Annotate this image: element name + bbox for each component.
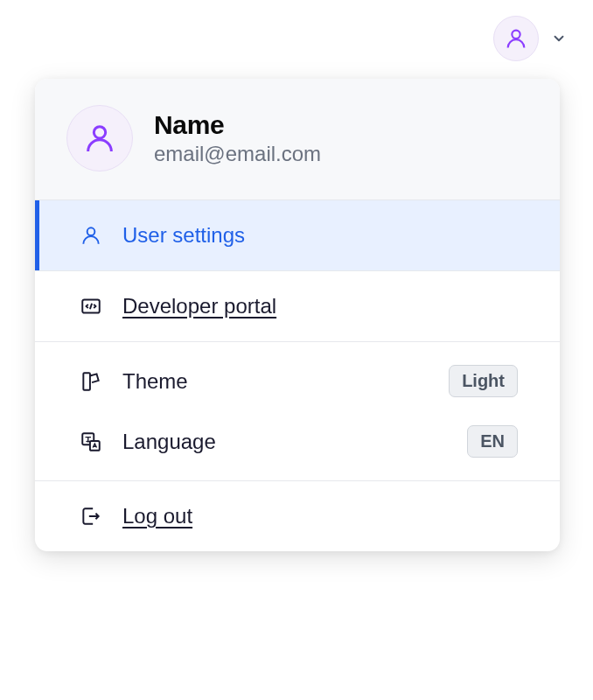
svg-point-0 [512,31,520,38]
menu-item-label: Theme [122,369,429,394]
profile-header: Name email@email.com [35,79,560,200]
user-menu-trigger[interactable] [493,16,567,61]
svg-point-1 [94,127,105,138]
code-icon [79,294,103,318]
user-dropdown-panel: Name email@email.com User settings Devel… [35,79,560,551]
preferences-section: Theme Light Language EN [35,342,560,481]
menu-item-label: Language [122,430,448,454]
svg-rect-6 [90,440,100,450]
menu-item-label: User settings [122,223,518,248]
menu-item-theme[interactable]: Theme Light [35,342,560,411]
language-badge: EN [467,425,518,458]
avatar [66,105,133,172]
profile-email: email@email.com [154,142,321,166]
user-icon [82,121,117,156]
profile-name: Name [154,110,321,140]
user-icon [79,223,103,248]
chevron-down-icon [551,31,567,46]
theme-icon [79,369,103,394]
logout-icon [79,504,103,528]
avatar [493,16,539,61]
menu-item-developer-portal[interactable]: Developer portal [35,271,560,342]
theme-badge: Light [449,365,518,397]
menu-item-logout[interactable]: Log out [35,481,560,551]
menu-item-language[interactable]: Language EN [35,411,560,480]
user-icon [504,26,528,51]
menu-item-user-settings[interactable]: User settings [35,200,560,271]
svg-point-2 [87,228,95,235]
svg-rect-4 [83,373,90,390]
menu-item-label: Log out [122,504,518,528]
menu-item-label: Developer portal [122,294,518,318]
language-icon [79,430,103,454]
profile-text: Name email@email.com [154,110,321,166]
